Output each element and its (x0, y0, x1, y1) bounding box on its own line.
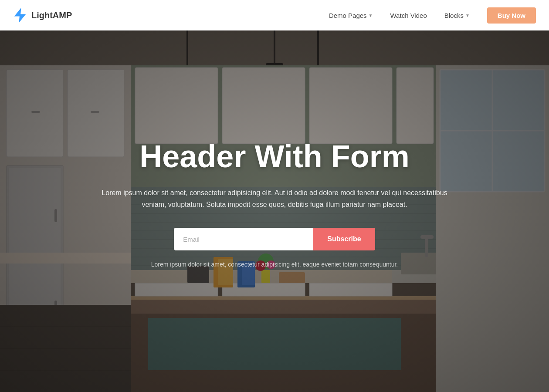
hero-title: Header With Form (100, 139, 449, 174)
brand-logo-link[interactable]: LightAMP (13, 8, 72, 22)
navbar: LightAMP Demo Pages ▼ Watch Video Blocks… (0, 0, 549, 30)
brand-name: LightAMP (31, 10, 72, 20)
chevron-down-icon: ▼ (369, 13, 373, 18)
subscribe-button[interactable]: Subscribe (313, 228, 375, 250)
nav-blocks[interactable]: Blocks ▼ (437, 8, 477, 23)
hero-subtitle: Lorem ipsum dolor sit amet, consectetur … (100, 187, 449, 210)
nav-demo-pages[interactable]: Demo Pages ▼ (322, 8, 380, 23)
brand-logo (13, 8, 27, 22)
svg-marker-0 (14, 8, 26, 23)
navbar-nav: Demo Pages ▼ Watch Video Blocks ▼ Buy No… (322, 7, 536, 24)
email-input[interactable] (174, 228, 313, 250)
hero-section: Header With Form Lorem ipsum dolor sit a… (0, 0, 549, 392)
hero-content: Header With Form Lorem ipsum dolor sit a… (83, 139, 466, 268)
hero-small-text: Lorem ipsum dolor sit amet, consectetur … (100, 261, 449, 268)
hero-form: Subscribe (100, 228, 449, 250)
chevron-down-icon: ▼ (465, 13, 470, 18)
nav-watch-video[interactable]: Watch Video (383, 8, 434, 23)
buy-now-button[interactable]: Buy Now (487, 7, 536, 24)
